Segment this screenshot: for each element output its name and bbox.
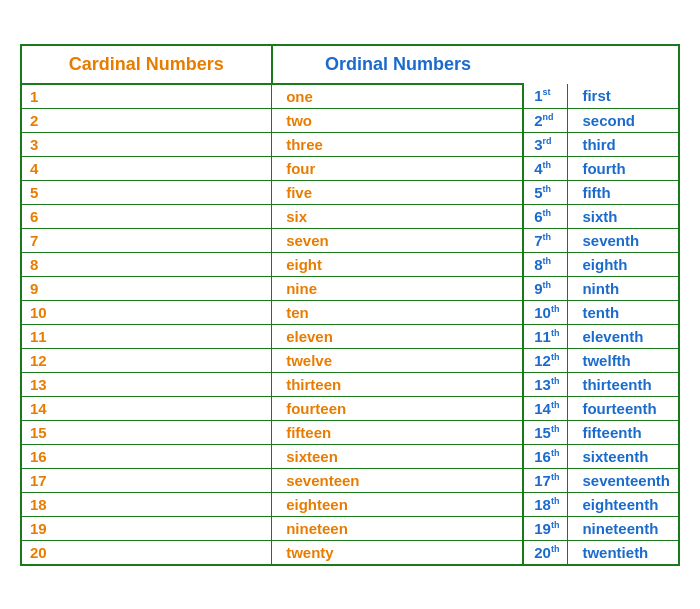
cardinal-number: 15 <box>22 420 272 444</box>
table-row: 14fourteen14thfourteenth <box>22 396 678 420</box>
ordinal-word: sixteenth <box>568 444 678 468</box>
ordinal-word: tenth <box>568 300 678 324</box>
numbers-table-wrapper: Cardinal Numbers Ordinal Numbers 1one1st… <box>20 44 680 566</box>
ordinal-word: first <box>568 84 678 109</box>
cardinal-word: thirteen <box>272 372 524 396</box>
ordinal-word: twelfth <box>568 348 678 372</box>
table-row: 15fifteen15thfifteenth <box>22 420 678 444</box>
table-row: 1one1stfirst <box>22 84 678 109</box>
cardinal-number: 3 <box>22 132 272 156</box>
ordinal-word: third <box>568 132 678 156</box>
ordinal-word: fourth <box>568 156 678 180</box>
table-row: 10ten10thtenth <box>22 300 678 324</box>
ordinal-word: eighth <box>568 252 678 276</box>
ordinal-header: Ordinal Numbers <box>272 46 524 84</box>
ordinal-number: 13th <box>523 372 568 396</box>
table-row: 17seventeen17thseventeenth <box>22 468 678 492</box>
ordinal-number: 19th <box>523 516 568 540</box>
ordinal-number: 2nd <box>523 108 568 132</box>
cardinal-word: ten <box>272 300 524 324</box>
cardinal-number: 20 <box>22 540 272 564</box>
cardinal-number: 11 <box>22 324 272 348</box>
table-row: 8eight8theighth <box>22 252 678 276</box>
table-row: 2two2ndsecond <box>22 108 678 132</box>
ordinal-number: 14th <box>523 396 568 420</box>
cardinal-word: two <box>272 108 524 132</box>
table-row: 16sixteen16thsixteenth <box>22 444 678 468</box>
ordinal-number: 12th <box>523 348 568 372</box>
cardinal-number: 13 <box>22 372 272 396</box>
cardinal-word: twelve <box>272 348 524 372</box>
cardinal-word: six <box>272 204 524 228</box>
cardinal-header: Cardinal Numbers <box>22 46 272 84</box>
table-row: 18eighteen18theighteenth <box>22 492 678 516</box>
ordinal-number: 7th <box>523 228 568 252</box>
cardinal-number: 10 <box>22 300 272 324</box>
cardinal-word: eighteen <box>272 492 524 516</box>
numbers-table: Cardinal Numbers Ordinal Numbers 1one1st… <box>22 46 678 564</box>
cardinal-number: 4 <box>22 156 272 180</box>
ordinal-word: second <box>568 108 678 132</box>
table-row: 20twenty20thtwentieth <box>22 540 678 564</box>
cardinal-number: 18 <box>22 492 272 516</box>
ordinal-word: sixth <box>568 204 678 228</box>
table-row: 5five5thfifth <box>22 180 678 204</box>
ordinal-word: fifteenth <box>568 420 678 444</box>
ordinal-word: nineteenth <box>568 516 678 540</box>
ordinal-word: seventh <box>568 228 678 252</box>
ordinal-number: 3rd <box>523 132 568 156</box>
table-row: 12twelve12thtwelfth <box>22 348 678 372</box>
table-row: 13thirteen13ththirteenth <box>22 372 678 396</box>
table-row: 7seven7thseventh <box>22 228 678 252</box>
cardinal-word: seventeen <box>272 468 524 492</box>
cardinal-word: nineteen <box>272 516 524 540</box>
cardinal-number: 19 <box>22 516 272 540</box>
cardinal-number: 2 <box>22 108 272 132</box>
cardinal-number: 9 <box>22 276 272 300</box>
cardinal-number: 7 <box>22 228 272 252</box>
cardinal-word: three <box>272 132 524 156</box>
ordinal-number: 1st <box>523 84 568 109</box>
ordinal-word: eleventh <box>568 324 678 348</box>
ordinal-word: fourteenth <box>568 396 678 420</box>
table-row: 11eleven11theleventh <box>22 324 678 348</box>
ordinal-number: 9th <box>523 276 568 300</box>
ordinal-number: 8th <box>523 252 568 276</box>
ordinal-word: seventeenth <box>568 468 678 492</box>
cardinal-word: eleven <box>272 324 524 348</box>
ordinal-number: 6th <box>523 204 568 228</box>
cardinal-word: twenty <box>272 540 524 564</box>
cardinal-number: 12 <box>22 348 272 372</box>
ordinal-word: eighteenth <box>568 492 678 516</box>
ordinal-number: 5th <box>523 180 568 204</box>
table-row: 9nine9thninth <box>22 276 678 300</box>
cardinal-number: 6 <box>22 204 272 228</box>
cardinal-word: nine <box>272 276 524 300</box>
ordinal-number: 16th <box>523 444 568 468</box>
ordinal-word: ninth <box>568 276 678 300</box>
cardinal-word: fourteen <box>272 396 524 420</box>
ordinal-word: fifth <box>568 180 678 204</box>
cardinal-word: seven <box>272 228 524 252</box>
ordinal-number: 11th <box>523 324 568 348</box>
table-row: 19nineteen19thnineteenth <box>22 516 678 540</box>
cardinal-number: 17 <box>22 468 272 492</box>
ordinal-number: 20th <box>523 540 568 564</box>
cardinal-word: five <box>272 180 524 204</box>
ordinal-number: 18th <box>523 492 568 516</box>
ordinal-number: 15th <box>523 420 568 444</box>
ordinal-word: thirteenth <box>568 372 678 396</box>
ordinal-number: 10th <box>523 300 568 324</box>
cardinal-word: four <box>272 156 524 180</box>
table-row: 3three3rdthird <box>22 132 678 156</box>
cardinal-word: one <box>272 84 524 109</box>
ordinal-word: twentieth <box>568 540 678 564</box>
cardinal-number: 5 <box>22 180 272 204</box>
cardinal-number: 8 <box>22 252 272 276</box>
cardinal-word: sixteen <box>272 444 524 468</box>
cardinal-word: fifteen <box>272 420 524 444</box>
ordinal-number: 17th <box>523 468 568 492</box>
cardinal-word: eight <box>272 252 524 276</box>
cardinal-number: 1 <box>22 84 272 109</box>
cardinal-number: 16 <box>22 444 272 468</box>
